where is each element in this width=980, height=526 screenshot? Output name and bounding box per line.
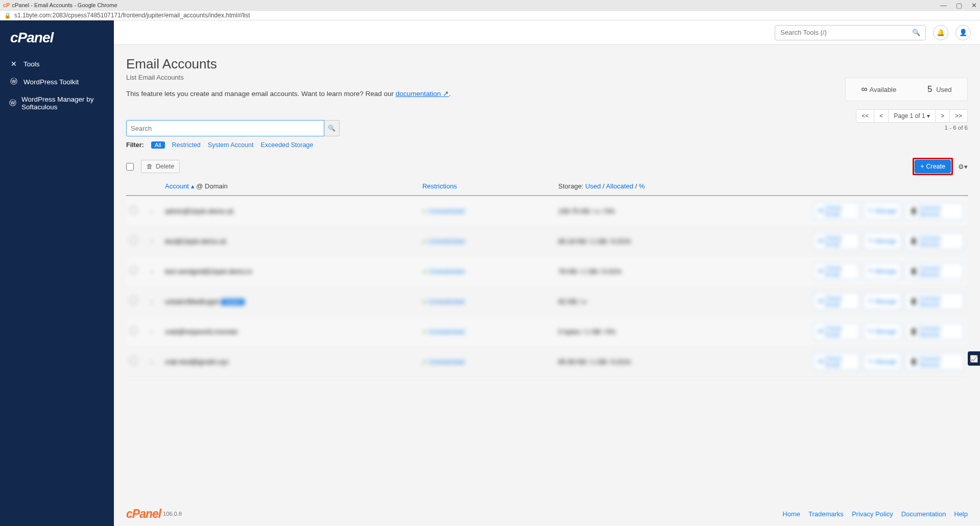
global-search[interactable]: 🔍 xyxy=(775,25,926,40)
check-icon: ✔ xyxy=(422,299,427,305)
check-email-button[interactable]: ✉Check Email xyxy=(814,323,859,340)
page-first-button[interactable]: << xyxy=(856,110,874,122)
manage-button[interactable]: ✎Manage xyxy=(864,262,901,280)
col-storage: Storage: Used / Allocated / % xyxy=(554,177,809,196)
storage-percent-link[interactable]: % xyxy=(639,182,645,190)
col-restrictions[interactable]: Restrictions xyxy=(418,177,554,196)
check-icon: ✔ xyxy=(422,329,427,335)
check-icon: ✔ xyxy=(422,269,427,275)
footer-link-home[interactable]: Home xyxy=(782,510,800,518)
check-email-button[interactable]: ✉Check Email xyxy=(814,262,859,280)
row-checkbox[interactable] xyxy=(130,237,137,244)
connect-devices-button-icon: 📱 xyxy=(910,237,917,245)
check-email-button[interactable]: ✉Check Email xyxy=(814,232,859,250)
row-checkbox[interactable] xyxy=(130,207,137,213)
close-window-button[interactable]: ✕ xyxy=(971,2,977,9)
manage-button-icon: ✎ xyxy=(868,358,873,365)
footer-link-privacy[interactable]: Privacy Policy xyxy=(852,510,893,518)
expand-icon[interactable]: › xyxy=(151,237,153,245)
trash-icon: 🗑 xyxy=(147,163,153,170)
connect-devices-button-icon: 📱 xyxy=(910,268,917,275)
account-button[interactable]: 👤 xyxy=(955,25,971,40)
row-restriction: ✔ Unrestricted xyxy=(418,286,554,317)
row-checkbox[interactable] xyxy=(130,327,137,334)
notifications-button[interactable]: 🔔 xyxy=(933,25,948,40)
select-all-checkbox[interactable] xyxy=(126,163,134,171)
system-badge: System xyxy=(221,299,244,305)
page-last-button[interactable]: >> xyxy=(950,110,967,122)
sort-asc-icon: ▴ xyxy=(191,182,195,190)
page-description: This feature lets you create and manage … xyxy=(126,89,968,98)
page-title: Email Accounts xyxy=(126,56,968,72)
expand-icon[interactable]: › xyxy=(151,207,153,215)
filter-exceeded[interactable]: Exceeded Storage xyxy=(260,141,313,149)
page-next-button[interactable]: > xyxy=(936,110,950,122)
manage-button-icon: ✎ xyxy=(868,207,873,214)
delete-button[interactable]: 🗑 Delete xyxy=(141,160,180,173)
row-checkbox[interactable] xyxy=(130,297,137,304)
sidebar-item-wp-toolkit[interactable]: ⓦ WordPress Toolkit xyxy=(0,73,114,91)
footer-version: 106.0.8 xyxy=(163,511,182,517)
connect-devices-button-icon: 📱 xyxy=(910,358,917,365)
browser-addressbar[interactable]: 🔒 s1.1byte.com:2083/cpsess7485107171/fro… xyxy=(0,10,980,20)
manage-button[interactable]: ✎Manage xyxy=(864,202,901,220)
footer-link-documentation[interactable]: Documentation xyxy=(901,510,946,518)
stat-used: 5 Used xyxy=(927,84,951,94)
footer-link-trademarks[interactable]: Trademarks xyxy=(808,510,844,518)
pagination-wrap: << < Page 1 of 1 ▾ > >> 1 - 6 of 6 xyxy=(856,109,968,131)
check-email-button-icon: ✉ xyxy=(818,328,823,335)
check-email-button[interactable]: ✉Check Email xyxy=(814,202,859,220)
maximize-button[interactable]: ▢ xyxy=(956,2,962,9)
sidebar-item-wp-manager[interactable]: ⓦ WordPress Manager by Softaculous xyxy=(0,91,114,115)
manage-button[interactable]: ✎Manage xyxy=(864,293,901,310)
filter-restricted[interactable]: Restricted xyxy=(172,141,201,149)
sidebar-item-tools[interactable]: ✕ Tools xyxy=(0,55,114,73)
create-button[interactable]: + Create xyxy=(915,160,951,173)
table-search-button[interactable]: 🔍 xyxy=(324,120,340,136)
manage-button[interactable]: ✎Manage xyxy=(864,353,901,370)
settings-dropdown[interactable]: ⚙▾ xyxy=(958,163,968,171)
row-checkbox[interactable] xyxy=(130,267,137,274)
check-icon: ✔ xyxy=(422,208,427,214)
filters: Filter: All Restricted System Account Ex… xyxy=(126,141,968,149)
footer-logo: cPanel xyxy=(126,507,161,521)
action-row: 🗑 Delete + Create ⚙▾ xyxy=(126,158,968,175)
row-storage: 92 KB / ∞ xyxy=(554,286,809,317)
stats-edge-tab[interactable]: 📈 xyxy=(968,351,980,366)
expand-icon[interactable]: › xyxy=(151,268,153,275)
row-checkbox[interactable] xyxy=(130,357,137,364)
table-search-input[interactable] xyxy=(126,120,324,136)
footer-link-help[interactable]: Help xyxy=(954,510,968,518)
connect-devices-button[interactable]: 📱Connect Devices xyxy=(905,353,964,370)
manage-button[interactable]: ✎Manage xyxy=(864,232,901,250)
check-email-button[interactable]: ✉Check Email xyxy=(814,293,859,310)
documentation-link[interactable]: documentation ↗ xyxy=(396,90,449,98)
page-indicator[interactable]: Page 1 of 1 ▾ xyxy=(889,110,936,122)
page-prev-button[interactable]: < xyxy=(874,110,889,122)
global-search-input[interactable] xyxy=(780,29,912,36)
expand-icon[interactable]: › xyxy=(151,328,153,336)
row-storage: 78 KB / 1 GB / 0.01% xyxy=(554,256,809,286)
storage-used-link[interactable]: Used xyxy=(585,182,601,190)
connect-devices-button[interactable]: 📱Connect Devices xyxy=(905,293,964,310)
expand-icon[interactable]: › xyxy=(151,298,153,305)
check-email-button[interactable]: ✉Check Email xyxy=(814,353,859,370)
connect-devices-button[interactable]: 📱Connect Devices xyxy=(905,323,964,340)
external-link-icon: ↗ xyxy=(443,90,449,98)
connect-devices-button-icon: 📱 xyxy=(910,328,917,335)
manage-button[interactable]: ✎Manage xyxy=(864,323,901,340)
col-account[interactable]: Account ▴ @ Domain xyxy=(161,177,418,196)
expand-icon[interactable]: › xyxy=(151,358,153,366)
connect-devices-button[interactable]: 📱Connect Devices xyxy=(905,262,964,280)
storage-allocated-link[interactable]: Allocated xyxy=(606,182,633,190)
filter-all[interactable]: All xyxy=(151,141,165,149)
connect-devices-button[interactable]: 📱Connect Devices xyxy=(905,202,964,220)
email-accounts-table: Account ▴ @ Domain Restrictions Storage:… xyxy=(126,177,968,377)
check-icon: ✔ xyxy=(422,238,427,245)
filter-label: Filter: xyxy=(126,141,144,149)
connect-devices-button[interactable]: 📱Connect Devices xyxy=(905,232,964,250)
minimize-button[interactable]: — xyxy=(940,2,947,9)
filter-system[interactable]: System Account xyxy=(208,141,254,149)
check-email-button-icon: ✉ xyxy=(818,268,823,275)
row-email: uckatzvfibedkugckSystem xyxy=(161,286,418,317)
